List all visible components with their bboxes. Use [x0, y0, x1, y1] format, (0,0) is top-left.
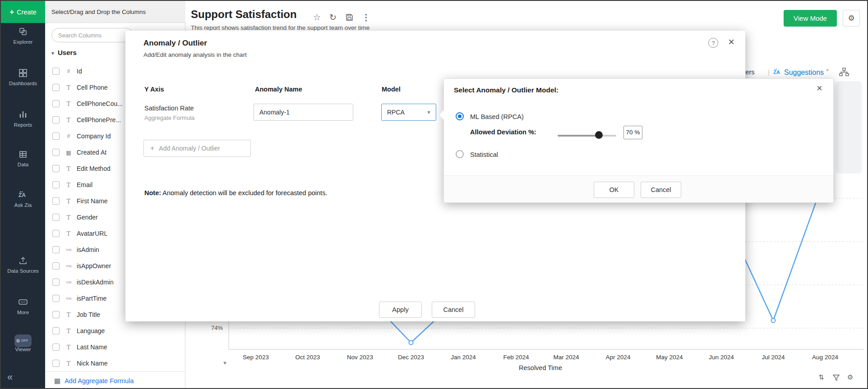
x-tick: Apr 2024: [598, 354, 638, 361]
checkbox[interactable]: [52, 295, 60, 302]
checkbox[interactable]: [52, 68, 60, 75]
cancel-label: Cancel: [443, 306, 463, 313]
checkbox[interactable]: [52, 165, 60, 172]
create-button[interactable]: + Create: [1, 1, 45, 23]
ml-based-radio-label: ML Based (RPCA): [470, 113, 524, 120]
deviation-value-box[interactable]: 70 %: [623, 126, 642, 139]
checkbox[interactable]: [52, 230, 60, 237]
checkbox[interactable]: [52, 311, 60, 318]
anomaly-name-input[interactable]: [254, 104, 353, 121]
data-icon: [1, 150, 45, 160]
checkbox[interactable]: [52, 133, 60, 140]
search-columns-input[interactable]: [51, 28, 134, 42]
x-tick: Oct 2023: [287, 354, 328, 361]
text-type-icon: T: [64, 311, 73, 318]
kebab-menu-icon[interactable]: ⋮: [362, 12, 370, 23]
deviation-slider-knob[interactable]: [595, 131, 603, 139]
field-label: isAdmin: [77, 246, 99, 253]
field-label: Created At: [77, 149, 106, 156]
field-label: isPartTime: [77, 295, 106, 302]
popover-cancel-button[interactable]: Cancel: [641, 182, 681, 198]
column-header-anomaly-name: Anomaly Name: [255, 86, 302, 93]
field-label: AvatarURL: [77, 230, 107, 237]
add-aggregate-formula-link[interactable]: ▦ Add Aggregate Formula: [45, 371, 185, 389]
plus-icon: +: [150, 144, 154, 152]
checkbox[interactable]: [52, 84, 60, 91]
filter-funnel-icon[interactable]: [833, 375, 840, 382]
text-type-icon: T: [64, 117, 73, 124]
checkbox[interactable]: [52, 181, 60, 188]
column-header-y-axis: Y Axis: [144, 86, 164, 93]
left-sidebar: + Create Explorer Dashboards Reports Dat…: [1, 1, 45, 389]
popover-title: Select Anomaly / Outlier Model:: [454, 86, 559, 94]
text-type-icon: T: [64, 328, 73, 334]
text-type-icon: T: [64, 360, 73, 367]
plus-icon: +: [9, 8, 14, 17]
close-icon[interactable]: ×: [817, 83, 822, 93]
scroll-down-icon[interactable]: ▼: [222, 360, 227, 366]
checkbox[interactable]: [52, 327, 60, 334]
collapse-sidebar-icon[interactable]: «: [7, 371, 13, 383]
checkbox[interactable]: [52, 149, 60, 156]
chevron-down-icon: ▾: [51, 50, 54, 56]
add-anomaly-label: Add Anomaly / Outlier: [159, 145, 220, 152]
view-mode-button[interactable]: View Mode: [784, 10, 837, 27]
help-icon[interactable]: ?: [708, 38, 718, 48]
sidebar-item-viewer[interactable]: OFF Viewer: [1, 334, 45, 352]
number-type-icon: #: [64, 133, 73, 139]
chevron-down-icon: ▼: [426, 110, 431, 115]
more-icon: [1, 297, 45, 308]
close-icon[interactable]: ×: [728, 37, 734, 47]
settings-button[interactable]: ⚙: [843, 10, 860, 27]
text-type-icon: T: [64, 230, 73, 237]
sidebar-item-explorer[interactable]: Explorer: [1, 27, 45, 45]
field-row-nick-name[interactable]: TNick Name: [45, 355, 182, 371]
model-select-dropdown[interactable]: RPCA ▼: [381, 104, 436, 121]
x-tick: Mar 2024: [546, 354, 586, 361]
number-type-icon: #: [64, 68, 73, 74]
text-type-icon: T: [64, 165, 73, 172]
sidebar-item-ask-zia[interactable]: ZA Ask Zia: [1, 190, 45, 208]
sidebar-item-dashboards[interactable]: Dashboards: [1, 69, 45, 87]
sort-icon[interactable]: ⇅: [818, 373, 824, 381]
sidebar-item-label: Dashboards: [1, 81, 45, 87]
checkbox[interactable]: [52, 116, 60, 124]
model-select-value: RPCA: [387, 109, 405, 116]
reports-icon: [1, 110, 45, 121]
field-row-last-name[interactable]: TLast Name: [45, 339, 182, 355]
ml-based-radio[interactable]: [456, 112, 464, 120]
sidebar-item-reports[interactable]: Reports: [1, 110, 45, 128]
y-axis-tick-label: 74%: [199, 325, 223, 331]
add-anomaly-button[interactable]: + Add Anomaly / Outlier: [143, 140, 251, 157]
checkbox[interactable]: [52, 279, 60, 286]
viewer-toggle-icon: OFF: [1, 334, 45, 345]
checkbox[interactable]: [52, 197, 60, 205]
apply-label: Apply: [392, 306, 408, 313]
chart-settings-gear-icon[interactable]: ⚙: [847, 373, 853, 381]
checkbox[interactable]: [52, 246, 60, 253]
field-row-language[interactable]: TLanguage: [45, 323, 182, 339]
sidebar-item-data[interactable]: Data: [1, 150, 45, 168]
checkbox[interactable]: [52, 100, 60, 107]
text-type-icon: T: [64, 344, 73, 351]
explorer-icon: [1, 27, 45, 38]
checkbox[interactable]: [52, 360, 60, 367]
ok-button[interactable]: OK: [594, 182, 634, 198]
favorite-star-icon[interactable]: ☆: [313, 12, 321, 23]
modal-cancel-button[interactable]: Cancel: [432, 302, 475, 318]
checkbox[interactable]: [52, 214, 60, 221]
save-icon[interactable]: [346, 14, 353, 23]
x-tick: Jul 2024: [753, 354, 794, 361]
apply-button[interactable]: Apply: [379, 302, 422, 318]
sidebar-item-more[interactable]: More: [1, 297, 45, 316]
x-axis-title: Resolved Time: [500, 364, 581, 371]
checkbox[interactable]: [52, 262, 60, 270]
text-type-icon: T: [64, 198, 73, 205]
x-tick: Aug 2024: [805, 354, 845, 361]
checkbox[interactable]: [52, 343, 60, 351]
refresh-icon[interactable]: ↻: [329, 12, 337, 23]
sidebar-item-data-sources[interactable]: Data Sources: [1, 256, 45, 274]
sidebar-item-label: Viewer: [1, 347, 45, 352]
users-group-toggle[interactable]: ▾Users: [51, 49, 77, 56]
statistical-radio[interactable]: [456, 150, 464, 158]
